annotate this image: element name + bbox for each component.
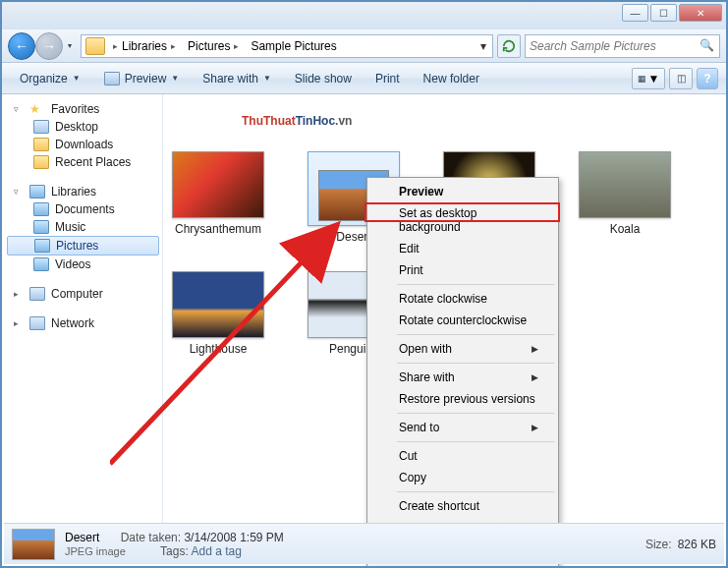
menu-item[interactable]: Print	[369, 259, 556, 281]
preview-icon	[104, 72, 120, 85]
preview-pane-button[interactable]: ◫	[669, 68, 693, 89]
breadcrumb-seg[interactable]: Pictures▸	[182, 35, 245, 57]
maximize-button[interactable]: ☐	[650, 4, 677, 22]
desktop-icon	[33, 120, 49, 134]
menu-item[interactable]: Create shortcut	[369, 495, 556, 517]
library-icon	[34, 239, 50, 253]
sidebar-item-downloads[interactable]: Downloads	[4, 136, 162, 153]
details-thumbnail	[12, 529, 55, 560]
minimize-button[interactable]: —	[622, 4, 648, 22]
menu-item[interactable]: Rotate counterclockwise	[369, 310, 556, 331]
library-icon	[33, 220, 49, 234]
folder-icon	[33, 155, 49, 169]
libraries-header[interactable]: ▿Libraries	[4, 183, 162, 200]
history-dropdown[interactable]: ▾	[63, 35, 77, 57]
search-input[interactable]: Search Sample Pictures 🔍	[525, 34, 720, 58]
newfolder-button[interactable]: New folder	[414, 69, 489, 88]
details-type: JPEG image	[65, 545, 126, 557]
thumbnail-item[interactable]: Chrysanthemum	[171, 151, 265, 244]
menu-item[interactable]: Edit	[369, 238, 556, 259]
close-button[interactable]: ✕	[679, 4, 722, 22]
context-menu: PreviewSet as desktop backgroundEditPrin…	[366, 177, 559, 568]
details-pane: Desert Date taken: 3/14/2008 1:59 PM JPE…	[4, 523, 724, 564]
help-button[interactable]: ?	[697, 68, 718, 89]
share-button[interactable]: Share with▼	[193, 69, 281, 88]
search-placeholder: Search Sample Pictures	[530, 39, 656, 53]
favorites-header[interactable]: ▿★Favorites	[4, 100, 162, 118]
menu-item[interactable]: Open with▶	[369, 338, 556, 360]
menu-item[interactable]: Copy	[369, 467, 556, 488]
details-name: Desert	[65, 531, 99, 544]
menu-item[interactable]: Restore previous versions	[369, 388, 556, 410]
network-icon	[29, 316, 45, 330]
sidebar-item-pictures[interactable]: Pictures	[7, 236, 159, 256]
navigation-bar: ← → ▾ ▸Libraries▸ Pictures▸ Sample Pictu…	[2, 29, 726, 63]
breadcrumb-seg[interactable]: ▸Libraries▸	[107, 35, 182, 57]
folder-icon	[85, 37, 105, 55]
sidebar-item-documents[interactable]: Documents	[4, 200, 162, 218]
breadcrumb-seg[interactable]: Sample Pictures	[245, 35, 342, 57]
thumbnail-item[interactable]: Koala	[578, 151, 672, 244]
computer-icon	[29, 287, 45, 301]
sidebar-item-desktop[interactable]: Desktop	[4, 118, 162, 136]
sidebar-item-computer[interactable]: ▸Computer	[4, 285, 162, 303]
search-icon: 🔍	[700, 38, 715, 54]
menu-item[interactable]: Rotate clockwise	[369, 288, 556, 310]
print-button[interactable]: Print	[365, 69, 410, 88]
menu-item[interactable]: Preview	[369, 181, 556, 202]
toolbar: Organize▼ Preview▼ Share with▼ Slide sho…	[2, 63, 726, 94]
thumbnail-item[interactable]: Lighthouse	[171, 271, 265, 356]
sidebar-item-music[interactable]: Music	[4, 218, 162, 236]
navigation-pane: ▿★Favorites Desktop Downloads Recent Pla…	[4, 94, 163, 523]
watermark: ThuThuatTinHoc.vn	[242, 102, 352, 132]
library-icon	[29, 185, 45, 199]
view-button[interactable]: ▦▼	[632, 68, 665, 89]
organize-button[interactable]: Organize▼	[10, 69, 90, 88]
sidebar-item-videos[interactable]: Videos	[4, 256, 162, 273]
add-tag-link[interactable]: Add a tag	[191, 544, 241, 558]
refresh-button[interactable]	[497, 34, 521, 58]
library-icon	[33, 202, 49, 216]
forward-button[interactable]: →	[35, 32, 63, 60]
folder-icon	[33, 138, 49, 151]
menu-item[interactable]: Cut	[369, 445, 556, 467]
sidebar-item-network[interactable]: ▸Network	[4, 314, 162, 332]
star-icon: ★	[29, 102, 45, 116]
menu-item[interactable]: Set as desktop background	[369, 202, 556, 238]
library-icon	[33, 257, 49, 271]
slideshow-button[interactable]: Slide show	[285, 69, 362, 88]
preview-button[interactable]: Preview▼	[94, 69, 190, 88]
sidebar-item-recent[interactable]: Recent Places	[4, 153, 162, 171]
back-button[interactable]: ←	[8, 32, 35, 60]
menu-item[interactable]: Send to▶	[369, 417, 556, 438]
address-bar[interactable]: ▸Libraries▸ Pictures▸ Sample Pictures ▾	[81, 34, 493, 58]
title-bar: — ☐ ✕	[2, 2, 726, 29]
menu-item[interactable]: Share with▶	[369, 367, 556, 388]
